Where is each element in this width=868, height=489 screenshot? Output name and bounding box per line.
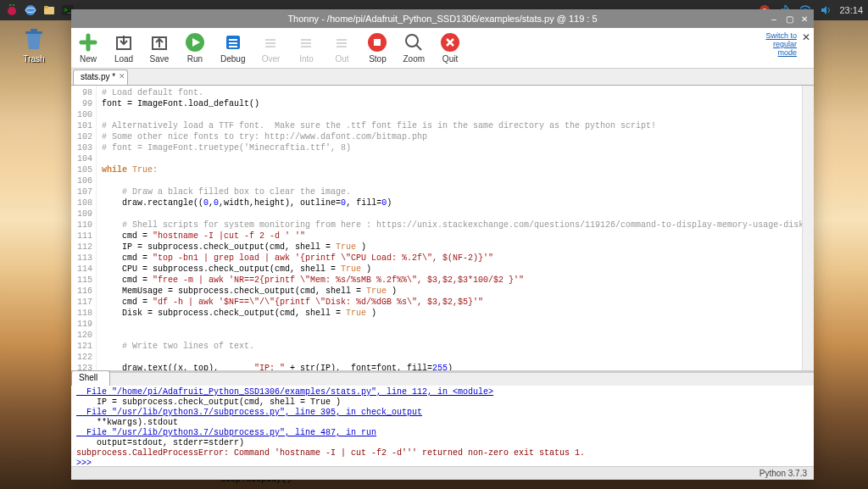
svg-rect-20	[265, 46, 275, 47]
svg-rect-9	[25, 31, 42, 34]
svg-rect-10	[31, 29, 37, 31]
titlebar[interactable]: Thonny - /home/pi/Adafruit_Python_SSD130…	[71, 9, 814, 28]
statusbar: Python 3.7.3	[71, 466, 814, 480]
toolbar: New Load Save Run Debug Over Into Out St…	[71, 28, 814, 69]
python-version: Python 3.7.3	[760, 469, 807, 478]
svg-rect-23	[301, 46, 311, 47]
svg-rect-17	[229, 46, 237, 47]
shell[interactable]: File "/home/pi/Adafruit_Python_SSD1306/e…	[71, 386, 814, 466]
debug-button[interactable]: Debug	[220, 32, 245, 64]
volume-icon[interactable]	[819, 3, 832, 17]
panel-close-icon[interactable]: ✕	[802, 31, 810, 43]
window-title: Thonny - /home/pi/Adafruit_Python_SSD130…	[287, 14, 597, 24]
svg-rect-19	[265, 42, 275, 44]
svg-point-1	[25, 5, 36, 15]
svg-point-29	[406, 35, 418, 47]
tab-close-icon[interactable]: ✕	[119, 72, 125, 81]
shell-tabs: Shell	[71, 370, 814, 386]
save-button[interactable]: Save	[149, 32, 170, 64]
switch-mode-link[interactable]: Switch to regular mode	[765, 31, 797, 57]
svg-rect-16	[229, 42, 237, 44]
thonny-window: Thonny - /home/pi/Adafruit_Python_SSD130…	[71, 9, 814, 480]
editor-tabs: stats.py *✕	[71, 69, 814, 86]
load-button[interactable]: Load	[114, 32, 134, 64]
svg-rect-21	[301, 39, 311, 41]
svg-rect-26	[337, 46, 347, 47]
editor-scrollbar[interactable]	[802, 86, 814, 370]
svg-rect-28	[374, 39, 381, 46]
raspberry-icon[interactable]	[5, 3, 19, 17]
maximize-button[interactable]: ▢	[783, 13, 795, 25]
svg-rect-15	[229, 39, 237, 41]
zoom-button[interactable]: Zoom	[403, 32, 425, 64]
clock[interactable]: 23:14	[839, 5, 863, 15]
trash-desktop-icon[interactable]: Trash	[17, 25, 51, 64]
gutter: 98 99 100 101 102 103 104 105 106 107 10…	[71, 86, 97, 370]
globe-icon[interactable]	[24, 3, 37, 17]
minimize-button[interactable]: –	[768, 13, 780, 25]
editor[interactable]: 98 99 100 101 102 103 104 105 106 107 10…	[71, 86, 814, 370]
close-button[interactable]: ✕	[798, 13, 810, 25]
svg-rect-25	[337, 42, 347, 44]
files-icon[interactable]	[42, 3, 56, 17]
svg-point-0	[8, 7, 16, 15]
tab-stats[interactable]: stats.py *✕	[73, 69, 128, 85]
into-button: Into	[296, 32, 316, 64]
svg-rect-4	[44, 6, 48, 8]
new-button[interactable]: New	[78, 32, 98, 64]
code-area[interactable]: # Load default font. font = ImageFont.lo…	[97, 86, 802, 370]
over-button: Over	[260, 32, 281, 64]
trash-label: Trash	[17, 54, 51, 64]
out-button: Out	[331, 32, 352, 64]
svg-rect-22	[301, 42, 311, 44]
tab-shell[interactable]: Shell	[71, 370, 110, 386]
stop-button[interactable]: Stop	[367, 32, 387, 64]
taskbar-left: >_	[5, 3, 75, 17]
svg-rect-24	[337, 39, 347, 41]
quit-button[interactable]: Quit	[440, 32, 460, 64]
svg-rect-18	[265, 39, 275, 41]
run-button[interactable]: Run	[185, 32, 205, 64]
